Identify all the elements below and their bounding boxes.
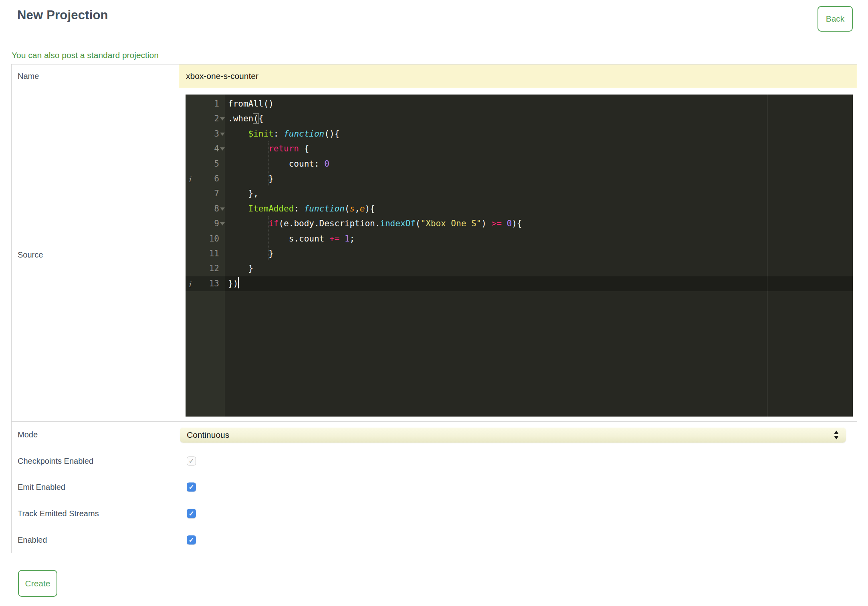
code-token-arg: s <box>349 204 355 213</box>
gutter-line: 9 <box>186 216 225 231</box>
code-token: : <box>294 204 304 213</box>
code-line: return { <box>228 141 853 156</box>
fold-arrow-icon[interactable] <box>220 222 225 225</box>
code-line: count: 0 <box>228 157 853 171</box>
fold-arrow-icon[interactable] <box>220 133 225 136</box>
code-line: }, <box>228 186 853 201</box>
editor-code-content: fromAll().when({ $init: function(){ retu… <box>225 95 853 417</box>
code-token-keyword: >= <box>492 219 502 228</box>
code-token-string: "Xbox One S" <box>421 219 482 228</box>
gutter-line: 3 <box>186 127 225 141</box>
track-cell: ✓ <box>179 500 857 527</box>
code-token: ) <box>481 219 491 228</box>
info-annotation-icon: i <box>188 172 191 187</box>
code-line: ItemAdded: function(s,e){ <box>228 201 853 216</box>
code-token-number: 0 <box>324 159 329 169</box>
source-label: Source <box>12 88 179 421</box>
code-token-bracket: ( <box>253 114 258 123</box>
code-token: }) <box>228 279 238 288</box>
track-label: Track Emitted Streams <box>12 500 179 527</box>
code-token: } <box>228 264 253 273</box>
gutter-line: 4 <box>186 141 225 156</box>
code-token <box>228 204 248 213</box>
gutter-line: 10 <box>186 232 225 246</box>
fold-arrow-icon[interactable] <box>220 147 225 151</box>
code-token: ; <box>349 234 355 244</box>
code-token: fromAll() <box>228 99 274 109</box>
gutter-line: 12 <box>186 261 225 276</box>
standard-projection-link[interactable]: You can also post a standard projection <box>12 50 159 60</box>
mode-row: Mode Continuous <box>12 422 857 448</box>
code-line: s.count += 1; <box>228 232 853 246</box>
emit-row: Emit Enabled ✓ <box>12 474 857 500</box>
code-token-keyword: return <box>268 144 299 153</box>
code-token: .when <box>228 114 253 123</box>
enabled-label: Enabled <box>12 527 179 553</box>
enabled-cell: ✓ <box>179 527 857 553</box>
name-label: Name <box>12 64 179 88</box>
code-line: } <box>228 171 853 186</box>
name-input[interactable] <box>179 64 857 88</box>
code-line: .when({ <box>228 111 853 126</box>
code-token-arg: e <box>360 204 365 213</box>
checkpoints-row: Checkpoints Enabled ✓ <box>12 448 857 474</box>
fold-arrow-icon[interactable] <box>220 117 225 121</box>
source-row: Source 123456i78910111213i fromAll().whe… <box>12 88 857 422</box>
code-token: : <box>274 129 284 139</box>
track-row: Track Emitted Streams ✓ <box>12 500 857 527</box>
code-token <box>339 234 345 244</box>
code-token-storage: function <box>304 204 345 213</box>
code-line: fromAll() <box>228 97 853 111</box>
code-token-storage: function <box>284 129 324 139</box>
code-token: ){ <box>512 219 522 228</box>
code-line: $init: function(){ <box>228 127 853 141</box>
code-token: (){ <box>324 129 339 139</box>
code-token-entity: ItemAdded <box>248 204 294 213</box>
gutter-line: 7 <box>186 186 225 201</box>
code-token-support: indexOf <box>380 219 416 228</box>
code-token-number: 1 <box>345 234 350 244</box>
code-line: if(e.body.Description.indexOf("Xbox One … <box>228 216 853 231</box>
fold-arrow-icon[interactable] <box>220 207 225 211</box>
checkpoints-cell: ✓ <box>179 448 857 474</box>
gutter-line: 5 <box>186 157 225 171</box>
source-code-editor[interactable]: 123456i78910111213i fromAll().when({ $in… <box>186 95 853 417</box>
code-token: } <box>228 174 274 183</box>
editor-gutter: 123456i78910111213i <box>186 95 225 417</box>
gutter-line: 11 <box>186 246 225 261</box>
code-token: ( <box>345 204 350 213</box>
back-button[interactable]: Back <box>818 6 853 32</box>
enabled-checkbox[interactable]: ✓ <box>187 536 196 545</box>
enabled-row: Enabled ✓ <box>12 527 857 553</box>
source-cell: 123456i78910111213i fromAll().when({ $in… <box>179 88 857 421</box>
checkpoints-label: Checkpoints Enabled <box>12 448 179 474</box>
gutter-line: 6i <box>186 171 225 186</box>
gutter-line: 8 <box>186 201 225 216</box>
name-cell <box>179 64 857 88</box>
gutter-line: 13i <box>186 276 225 291</box>
create-button[interactable]: Create <box>18 570 57 597</box>
code-token: ( <box>416 219 421 228</box>
code-token: count: <box>228 159 324 169</box>
emit-checkbox[interactable]: ✓ <box>187 483 196 492</box>
mode-cell: Continuous <box>179 422 857 448</box>
code-token-keyword: += <box>329 234 339 244</box>
code-token <box>228 219 268 228</box>
code-token: ){ <box>365 204 375 213</box>
gutter-line: 1 <box>186 97 225 111</box>
gutter-line: 2 <box>186 111 225 126</box>
mode-select[interactable]: Continuous <box>180 427 846 443</box>
code-token: }, <box>228 189 258 198</box>
code-token: } <box>228 249 274 258</box>
code-token-number: 0 <box>507 219 512 228</box>
track-checkbox[interactable]: ✓ <box>187 509 196 518</box>
code-line: }) <box>225 276 853 291</box>
checkpoints-checkbox[interactable]: ✓ <box>187 457 196 466</box>
mode-label: Mode <box>12 422 179 448</box>
code-token-keyword: if <box>268 219 279 228</box>
code-line: } <box>228 261 853 276</box>
projection-form: Name Source 123456i78910111213i fromAll(… <box>11 64 857 553</box>
code-token: { <box>258 114 264 123</box>
emit-cell: ✓ <box>179 474 857 500</box>
code-token <box>228 129 248 139</box>
